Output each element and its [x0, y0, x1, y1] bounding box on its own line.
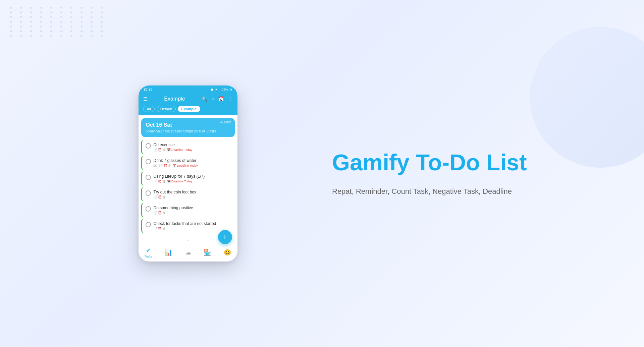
task-meta-icons: 📄 ⏰ 🗑: [154, 148, 166, 152]
task-item[interactable]: Using LifeUp for 7 days (1/7)📄 ⏰ 🗑📅 Dead…: [141, 171, 235, 186]
dot: [101, 11, 103, 13]
app-title: Example: [164, 96, 185, 102]
dot: [30, 11, 32, 13]
dot: [80, 7, 83, 9]
page-layout: 23:23 ▣ ✦ ↑ 76% ◔ ☰ Example 🔍 ≡: [0, 0, 644, 347]
deadline-badge: 📅 Deadline Today: [167, 180, 192, 183]
dot: [40, 16, 42, 18]
dot: [10, 7, 12, 9]
tasks-label: Tasks: [145, 255, 152, 258]
dot: [40, 25, 42, 27]
task-content: Try out the coin loot box📄 ⏰ 🗑: [154, 190, 231, 199]
nav-item-shop[interactable]: 🏪: [204, 249, 211, 256]
nav-item-profile[interactable]: 😊: [224, 249, 231, 256]
more-icon[interactable]: ⋮: [228, 96, 232, 102]
dot: [40, 21, 42, 23]
signal-icon: ▣: [211, 88, 214, 91]
dot: [91, 30, 93, 32]
hero-title: Gamify To-Do List: [332, 150, 547, 175]
task-checkbox[interactable]: [146, 159, 151, 164]
dot: [30, 21, 32, 23]
task-item[interactable]: Do exercise📄 ⏰ 🗑📅 Deadline Today: [141, 140, 235, 154]
dot: [80, 35, 83, 37]
hide-button[interactable]: 👁 HIDE: [220, 121, 231, 124]
dot: [10, 11, 12, 13]
task-meta-icons: 📄 ⏰ 🗑: [154, 195, 166, 199]
search-icon[interactable]: 🔍: [202, 96, 207, 102]
dot: [20, 35, 22, 37]
status-bar: 23:23 ▣ ✦ ↑ 76% ◔: [139, 85, 237, 93]
task-name: Do something positive: [154, 206, 231, 210]
bottom-nav: ✔ Tasks 📊 ☁ 🏪 😊: [139, 244, 237, 262]
task-item[interactable]: Check for tasks that are not started📄 ⏰ …: [141, 219, 235, 233]
hero-subtitle: Repat, Reminder, Count Task, Negative Ta…: [332, 185, 547, 197]
task-item[interactable]: Try out the coin loot box📄 ⏰ 🗑: [141, 187, 235, 201]
dot: [10, 25, 12, 27]
task-meta-icons: 📄 ⏰ 🗑: [159, 164, 171, 167]
nav-item-stats[interactable]: 📊: [165, 249, 172, 256]
task-checkbox[interactable]: [146, 206, 151, 212]
task-meta-icons: 📄 ⏰ 🗑: [154, 227, 166, 230]
task-name: Using LifeUp for 7 days (1/7): [154, 174, 231, 179]
task-content: Drink 7 glasses of water0/7📄 ⏰ 🗑📅 Deadli…: [154, 158, 231, 167]
filter-tab-all[interactable]: All: [143, 106, 155, 112]
task-meta: 📄 ⏰ 🗑: [154, 195, 231, 199]
task-meta: 📄 ⏰ 🗑📅 Deadline Today: [154, 180, 231, 183]
shop-icon: 🏪: [204, 249, 211, 256]
dot: [80, 16, 83, 18]
task-item[interactable]: Do something positive📄 ⏰ 🗑: [141, 203, 235, 217]
task-checkbox[interactable]: [146, 222, 151, 227]
dot: [20, 25, 22, 27]
hide-label: HIDE: [224, 121, 231, 124]
tasks-icon: ✔: [146, 247, 151, 254]
task-meta: 📄 ⏰ 🗑📅 Deadline Today: [154, 148, 231, 152]
task-checkbox[interactable]: [146, 143, 151, 149]
dot: [10, 35, 12, 37]
task-checkbox[interactable]: [146, 175, 151, 180]
nav-item-cloud[interactable]: ☁: [185, 249, 191, 256]
dot: [60, 30, 62, 32]
header-icons: 🔍 ≡ 📅 ⋮: [202, 96, 232, 102]
deadline-badge: 📅 Deadline Today: [167, 148, 192, 152]
status-icons: ▣ ✦ ↑ 76% ◔: [211, 88, 232, 91]
task-name: Try out the coin loot box: [154, 190, 231, 194]
dot: [101, 25, 103, 27]
task-list: Do exercise📄 ⏰ 🗑📅 Deadline TodayDrink 7 …: [139, 140, 237, 233]
dot: [70, 25, 72, 27]
list-icon[interactable]: ≡: [211, 96, 214, 102]
task-content: Do exercise📄 ⏰ 🗑📅 Deadline Today: [154, 142, 231, 152]
calendar-icon[interactable]: 📅: [218, 96, 224, 102]
task-meta-icons: 📄 ⏰ 🗑: [154, 211, 166, 215]
battery-icon: ◔: [229, 88, 232, 91]
filter-tab-example[interactable]: Example: [178, 106, 200, 112]
dot: [91, 11, 93, 13]
dot: [10, 16, 12, 18]
dot: [50, 7, 52, 9]
dot: [70, 21, 72, 23]
dot: [60, 35, 62, 37]
menu-icon[interactable]: ☰: [143, 96, 148, 102]
dot: [20, 11, 22, 13]
task-meta: 📄 ⏰ 🗑: [154, 211, 231, 215]
dot: [10, 21, 12, 23]
dot: [60, 16, 62, 18]
task-name: Check for tasks that are not started: [154, 221, 231, 226]
dot: [70, 11, 72, 13]
task-checkbox[interactable]: [146, 190, 151, 196]
dot: [60, 25, 62, 27]
task-content: Do something positive📄 ⏰ 🗑: [154, 206, 231, 215]
dot: [91, 21, 93, 23]
data-icon: ↑: [219, 88, 221, 91]
dot: [80, 25, 83, 27]
dot: [40, 11, 42, 13]
dot: [20, 7, 22, 9]
add-task-fab[interactable]: +: [218, 230, 232, 244]
date-title: Oct 16 Sat: [146, 122, 230, 128]
nav-item-tasks[interactable]: ✔ Tasks: [145, 247, 152, 258]
date-banner: 👁 HIDE Oct 16 Sat Today, you have alread…: [141, 118, 235, 137]
phone-frame: 23:23 ▣ ✦ ↑ 76% ◔ ☰ Example 🔍 ≡: [139, 85, 237, 262]
task-item[interactable]: Drink 7 glasses of water0/7📄 ⏰ 🗑📅 Deadli…: [141, 156, 235, 170]
dot: [30, 25, 32, 27]
filter-tab-default[interactable]: Default: [157, 106, 176, 112]
dot: [40, 7, 42, 9]
